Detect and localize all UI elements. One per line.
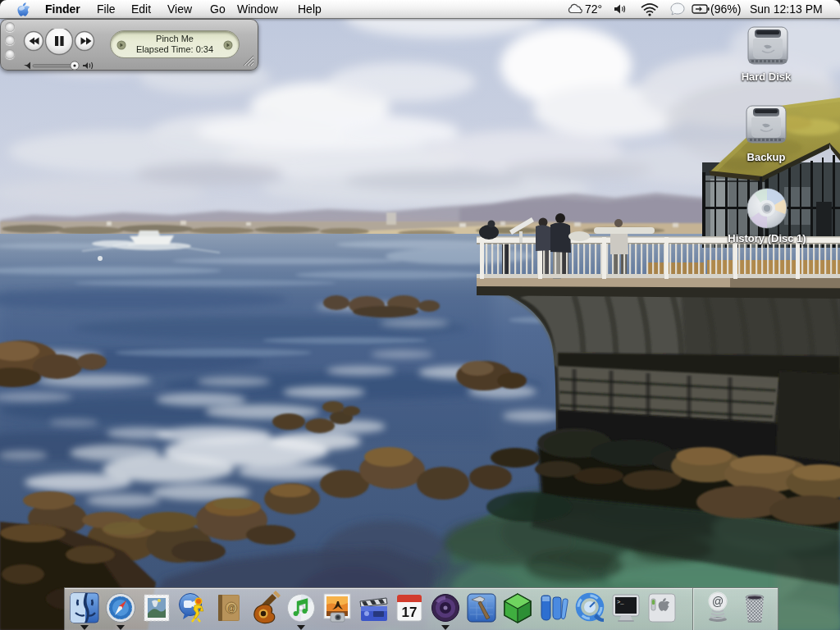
svg-text:17: 17 [402,605,418,620]
svg-text:@: @ [712,595,724,608]
svg-text:@: @ [227,604,235,613]
svg-text:>_: >_ [617,599,624,605]
